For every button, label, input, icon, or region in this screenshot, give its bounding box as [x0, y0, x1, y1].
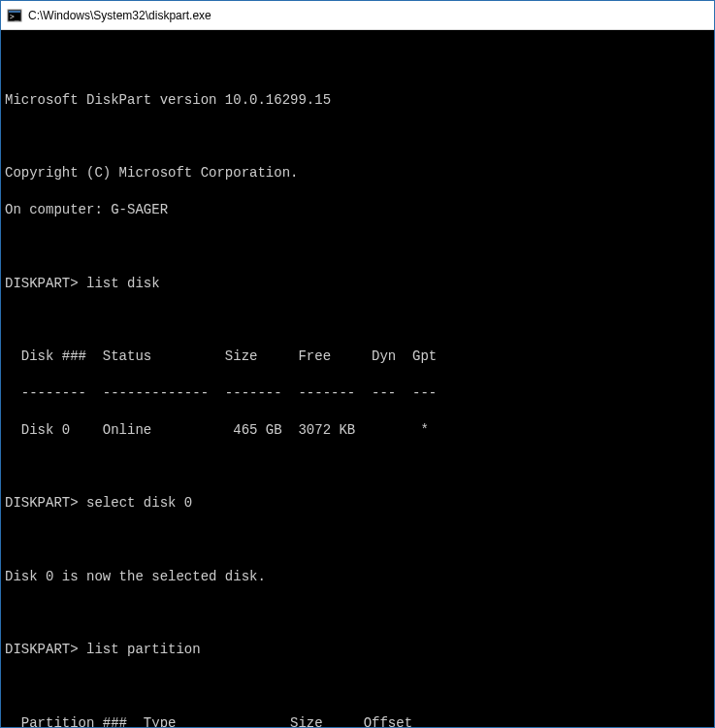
prompt: DISKPART>	[5, 495, 79, 511]
window-title: C:\Windows\System32\diskpart.exe	[28, 9, 211, 22]
command: list partition	[86, 642, 201, 657]
prompt-line: DISKPART> select disk 0	[5, 494, 710, 513]
partition-table-header: Partition ### Type Size Offset	[5, 714, 710, 727]
table-row: Disk 0 Online 465 GB 3072 KB *	[5, 421, 710, 440]
prompt: DISKPART>	[5, 642, 79, 657]
prompt-line: DISKPART> list disk	[5, 275, 710, 293]
prompt: DISKPART>	[5, 276, 79, 291]
computer-line: On computer: G-SAGER	[5, 201, 710, 219]
status-message: Disk 0 is now the selected disk.	[5, 568, 710, 586]
prompt-line: DISKPART> list partition	[5, 641, 710, 659]
version-line: Microsoft DiskPart version 10.0.16299.15	[5, 91, 710, 110]
terminal-output[interactable]: Microsoft DiskPart version 10.0.16299.15…	[1, 30, 714, 727]
command: select disk 0	[86, 495, 192, 511]
command: list disk	[86, 276, 160, 291]
disk-table-divider: -------- ------------- ------- ------- -…	[5, 384, 710, 403]
copyright-line: Copyright (C) Microsoft Corporation.	[5, 164, 710, 182]
app-icon: >_	[7, 8, 22, 23]
svg-text:>_: >_	[10, 13, 19, 21]
disk-table-header: Disk ### Status Size Free Dyn Gpt	[5, 347, 710, 366]
window-titlebar[interactable]: >_ C:\Windows\System32\diskpart.exe	[1, 1, 714, 30]
